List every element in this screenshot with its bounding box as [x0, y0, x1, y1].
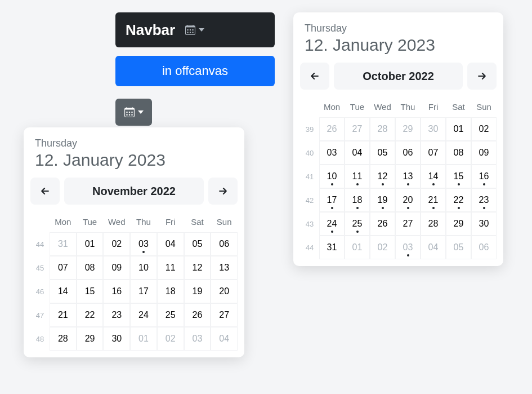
day-cell[interactable]: 15	[446, 165, 471, 188]
day-cell[interactable]: 26	[184, 303, 211, 327]
week-number: 44	[300, 236, 319, 259]
day-cell[interactable]: 01	[345, 236, 370, 259]
day-cell[interactable]: 27	[211, 303, 238, 327]
day-cell[interactable]: 16	[471, 165, 497, 188]
day-cell[interactable]: 28	[370, 117, 395, 141]
day-cell[interactable]: 10	[130, 256, 157, 280]
day-cell[interactable]: 06	[211, 232, 238, 256]
day-cell[interactable]: 26	[370, 212, 395, 236]
day-cell[interactable]: 20	[395, 188, 421, 212]
day-cell[interactable]: 17	[319, 188, 345, 212]
month-select-button[interactable]: October 2022	[334, 63, 463, 90]
day-cell[interactable]: 10	[319, 165, 345, 188]
day-cell[interactable]: 19	[184, 280, 211, 303]
month-nav: October 2022	[300, 63, 497, 90]
day-cell[interactable]: 28	[50, 327, 77, 351]
day-cell[interactable]: 18	[157, 280, 184, 303]
day-cell[interactable]: 29	[77, 327, 104, 351]
in-offcanvas-button[interactable]: in offcanvas	[115, 56, 275, 86]
day-cell[interactable]: 03	[395, 236, 421, 259]
day-cell[interactable]: 26	[319, 117, 345, 141]
week-number: 41	[300, 165, 319, 188]
day-cell[interactable]: 02	[157, 327, 184, 351]
day-cell[interactable]: 05	[370, 141, 395, 165]
day-cell[interactable]: 04	[421, 236, 446, 259]
day-cell[interactable]: 09	[103, 256, 130, 280]
next-month-button[interactable]	[467, 63, 497, 90]
day-cell[interactable]: 11	[345, 165, 370, 188]
day-cell[interactable]: 06	[395, 141, 421, 165]
day-cell[interactable]: 13	[211, 256, 238, 280]
day-cell[interactable]: 28	[421, 212, 446, 236]
day-cell[interactable]: 02	[370, 236, 395, 259]
next-month-button[interactable]	[208, 178, 238, 205]
day-cell[interactable]: 03	[319, 141, 345, 165]
day-cell[interactable]: 29	[395, 117, 421, 141]
day-of-week-header: Wed	[370, 96, 395, 117]
chevron-down-icon	[199, 28, 204, 32]
day-cell[interactable]: 19	[370, 188, 395, 212]
day-cell[interactable]: 23	[103, 303, 130, 327]
day-cell[interactable]: 07	[50, 256, 77, 280]
day-cell[interactable]: 04	[211, 327, 238, 351]
month-select-button[interactable]: November 2022	[64, 178, 204, 205]
day-cell[interactable]: 25	[345, 212, 370, 236]
day-cell[interactable]: 09	[471, 141, 497, 165]
day-cell[interactable]: 03	[184, 327, 211, 351]
calendar-dropdown-button[interactable]	[115, 99, 152, 126]
day-cell[interactable]: 07	[421, 141, 446, 165]
day-cell[interactable]: 04	[157, 232, 184, 256]
day-cell[interactable]: 21	[421, 188, 446, 212]
week-number: 39	[300, 117, 319, 141]
day-cell[interactable]: 15	[77, 280, 104, 303]
day-cell[interactable]: 27	[345, 117, 370, 141]
navbar-dropdown-toggle[interactable]	[185, 25, 204, 35]
day-of-week-header: Sun	[211, 211, 238, 232]
day-cell[interactable]: 04	[345, 141, 370, 165]
day-cell[interactable]: 01	[130, 327, 157, 351]
day-cell[interactable]: 11	[157, 256, 184, 280]
day-cell[interactable]: 16	[103, 280, 130, 303]
day-cell[interactable]: 29	[446, 212, 471, 236]
week-number: 47	[30, 303, 50, 327]
day-cell[interactable]: 08	[77, 256, 104, 280]
day-cell[interactable]: 27	[395, 212, 421, 236]
day-cell[interactable]: 05	[446, 236, 471, 259]
day-cell[interactable]: 12	[184, 256, 211, 280]
day-cell[interactable]: 25	[157, 303, 184, 327]
day-cell[interactable]: 01	[77, 232, 104, 256]
day-cell[interactable]: 05	[184, 232, 211, 256]
day-cell[interactable]: 14	[50, 280, 77, 303]
day-cell[interactable]: 13	[395, 165, 421, 188]
day-cell[interactable]: 02	[103, 232, 130, 256]
day-of-week-header: Thu	[395, 96, 421, 117]
day-cell[interactable]: 22	[446, 188, 471, 212]
datepicker-header: Thursday 12. January 2023	[300, 23, 497, 63]
day-cell[interactable]: 22	[77, 303, 104, 327]
day-cell[interactable]: 06	[471, 236, 497, 259]
arrow-left-icon	[39, 185, 51, 197]
day-cell[interactable]: 23	[471, 188, 497, 212]
day-cell[interactable]: 03	[130, 232, 157, 256]
day-cell[interactable]: 30	[471, 212, 497, 236]
prev-month-button[interactable]	[300, 63, 329, 90]
day-cell[interactable]: 18	[345, 188, 370, 212]
day-cell[interactable]: 24	[130, 303, 157, 327]
day-cell[interactable]: 24	[319, 212, 345, 236]
prev-month-button[interactable]	[30, 178, 60, 205]
event-dot-icon	[382, 183, 384, 185]
day-cell[interactable]: 30	[421, 117, 446, 141]
day-cell[interactable]: 31	[319, 236, 345, 259]
day-cell[interactable]: 12	[370, 165, 395, 188]
day-cell[interactable]: 08	[446, 141, 471, 165]
day-cell[interactable]: 01	[446, 117, 471, 141]
selected-date: 12. January 2023	[305, 36, 492, 55]
day-cell[interactable]: 02	[471, 117, 497, 141]
day-cell[interactable]: 14	[421, 165, 446, 188]
navbar-brand[interactable]: Navbar	[126, 21, 175, 39]
day-cell[interactable]: 31	[50, 232, 77, 256]
day-cell[interactable]: 17	[130, 280, 157, 303]
day-cell[interactable]: 30	[103, 327, 130, 351]
day-cell[interactable]: 21	[50, 303, 77, 327]
day-cell[interactable]: 20	[211, 280, 238, 303]
